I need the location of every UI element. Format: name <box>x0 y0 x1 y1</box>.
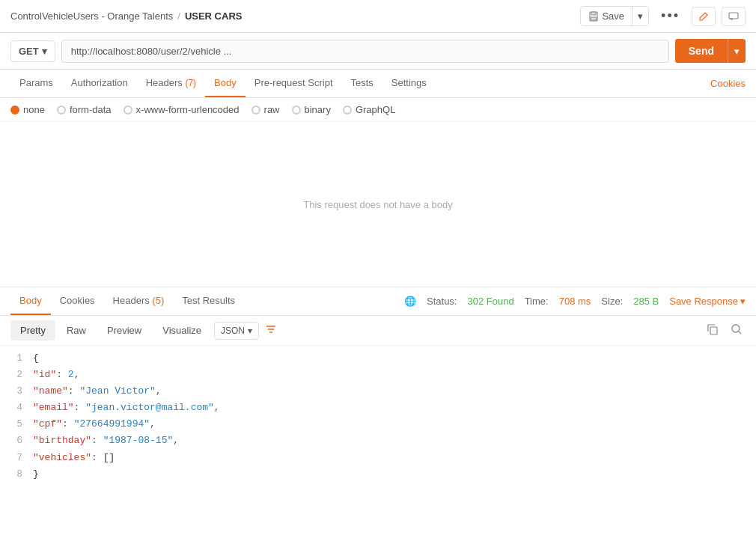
json-punctuation: : <box>91 435 103 446</box>
json-string: "Jean Victor" <box>79 385 155 397</box>
fmt-tab-raw[interactable]: Raw <box>57 320 96 340</box>
page-title: USER CARS <box>185 10 243 22</box>
breadcrumb-separator: / <box>177 10 180 22</box>
json-punctuation: , <box>74 369 80 380</box>
send-dropdown-button[interactable]: ▾ <box>728 40 746 63</box>
json-punctuation: : <box>68 385 80 397</box>
fmt-tab-preview[interactable]: Preview <box>97 320 151 340</box>
search-button[interactable] <box>728 322 746 339</box>
resp-tab-cookies[interactable]: Cookies <box>51 287 104 315</box>
radio-urlencoded-dot <box>124 106 132 114</box>
svg-rect-7 <box>710 327 717 334</box>
time-label: Time: <box>525 296 549 307</box>
comment-button[interactable] <box>722 7 746 26</box>
format-controls: Pretty Raw Preview Visualize JSON ▾ <box>10 320 280 340</box>
send-btn-group: Send ▾ <box>675 39 746 63</box>
json-brace: } <box>33 468 39 480</box>
body-type-binary-label: binary <box>305 104 331 115</box>
response-tabs-row: Body Cookies Headers (5) Test Results 🌐 … <box>0 287 756 316</box>
json-line: 3"name": "Jean Victor", <box>10 383 756 400</box>
tab-headers[interactable]: Headers (7) <box>137 70 205 97</box>
json-string: "1987-08-15" <box>103 435 174 446</box>
more-options-button[interactable]: ••• <box>655 5 686 27</box>
line-number: 6 <box>10 433 33 449</box>
tab-authorization[interactable]: Authorization <box>62 70 137 97</box>
save-button[interactable]: Save <box>581 7 632 25</box>
line-number: 3 <box>10 383 33 400</box>
json-punctuation: : <box>91 452 103 463</box>
line-number: 4 <box>10 400 33 416</box>
json-key: "id" <box>33 369 56 380</box>
size-value: 285 B <box>633 296 659 307</box>
line-content: "id": 2, <box>33 367 79 383</box>
radio-binary-dot <box>292 106 301 114</box>
method-label: GET <box>19 46 39 57</box>
json-line: 7"vehicles": [] <box>10 450 756 466</box>
json-key: "cpf" <box>33 418 62 430</box>
svg-rect-2 <box>591 17 597 20</box>
request-body-area: This request does not have a body <box>0 122 756 287</box>
tab-body[interactable]: Body <box>205 70 246 97</box>
body-type-urlencoded-label: x-www-form-urlencoded <box>136 104 240 115</box>
line-content: "vehicles": [] <box>33 450 115 466</box>
json-format-label: JSON <box>221 326 245 336</box>
status-label: Status: <box>427 296 457 307</box>
method-chevron: ▾ <box>42 46 47 57</box>
resp-tab-test-results[interactable]: Test Results <box>173 287 244 315</box>
search-icon <box>731 323 743 335</box>
body-type-binary[interactable]: binary <box>292 104 331 115</box>
response-tabs: Body Cookies Headers (5) Test Results <box>10 287 244 315</box>
time-value: 708 ms <box>559 296 591 307</box>
json-key: "name" <box>33 385 68 397</box>
format-row: Pretty Raw Preview Visualize JSON ▾ <box>0 316 756 346</box>
response-meta: 🌐 Status: 302 Found Time: 708 ms Size: 2… <box>404 296 746 307</box>
save-label: Save <box>602 10 624 22</box>
filter-icon <box>265 323 277 335</box>
body-type-formdata[interactable]: form-data <box>57 104 112 115</box>
top-bar-actions: Save ▾ ••• <box>580 5 746 27</box>
body-type-none[interactable]: none <box>10 104 45 115</box>
cookies-link[interactable]: Cookies <box>710 70 746 97</box>
method-dropdown[interactable]: GET ▾ <box>10 40 55 62</box>
edit-icon <box>698 11 709 22</box>
resp-tab-body[interactable]: Body <box>10 287 51 315</box>
json-punctuation: : <box>56 369 68 380</box>
json-line: 2"id": 2, <box>10 367 756 383</box>
json-string: "jean.victor@mail.com" <box>85 402 214 413</box>
fmt-tab-visualize[interactable]: Visualize <box>153 320 211 340</box>
line-number: 5 <box>10 416 33 433</box>
copy-button[interactable] <box>704 322 722 339</box>
json-key: "email" <box>33 402 74 413</box>
json-line: 5"cpf": "27664991994", <box>10 416 756 433</box>
json-punctuation: : <box>62 418 74 430</box>
json-format-select[interactable]: JSON ▾ <box>214 322 259 340</box>
status-value: 302 Found <box>467 296 513 307</box>
body-type-graphql[interactable]: GraphQL <box>343 104 395 115</box>
resp-tab-headers[interactable]: Headers (5) <box>104 287 174 315</box>
globe-icon: 🌐 <box>404 296 416 307</box>
tab-prerequest[interactable]: Pre-request Script <box>246 70 342 97</box>
body-type-urlencoded[interactable]: x-www-form-urlencoded <box>124 104 240 115</box>
fmt-tab-pretty[interactable]: Pretty <box>10 320 55 340</box>
radio-formdata-dot <box>57 106 66 114</box>
save-icon <box>588 11 599 22</box>
body-type-raw[interactable]: raw <box>252 104 280 115</box>
tab-settings[interactable]: Settings <box>382 70 436 97</box>
url-input[interactable] <box>61 40 669 63</box>
send-button[interactable]: Send <box>675 39 728 63</box>
json-brace: [] <box>103 452 115 463</box>
json-line: 1{ <box>10 350 756 367</box>
tab-tests[interactable]: Tests <box>342 70 382 97</box>
filter-button[interactable] <box>262 322 280 339</box>
request-tabs: Params Authorization Headers (7) Body Pr… <box>10 70 436 97</box>
body-type-raw-label: raw <box>264 104 280 115</box>
copy-icon <box>707 323 719 335</box>
save-dropdown-button[interactable]: ▾ <box>632 7 648 25</box>
breadcrumb: ControlVehicleUsers - Orange Talents / U… <box>10 10 242 22</box>
comment-icon <box>728 11 739 22</box>
json-key: "vehicles" <box>33 452 91 463</box>
edit-button[interactable] <box>692 7 716 26</box>
line-number: 2 <box>10 367 33 383</box>
tab-params[interactable]: Params <box>10 70 62 97</box>
save-response-button[interactable]: Save Response ▾ <box>669 296 746 307</box>
